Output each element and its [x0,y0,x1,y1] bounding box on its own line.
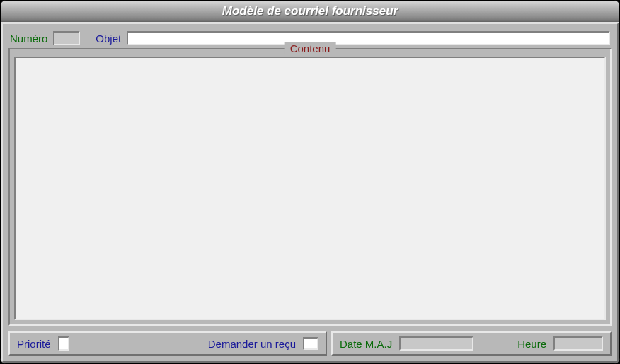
bottom-row: Priorité Demander un reçu Date M.A.J Heu… [6,329,614,358]
numero-field [53,31,80,45]
heure-label: Heure [517,338,546,350]
objet-input[interactable] [127,31,610,45]
contenu-textarea[interactable] [14,57,606,320]
contenu-legend: Contenu [285,42,336,54]
date-maj-label: Date M.A.J [340,338,392,350]
priorite-field[interactable] [58,336,69,351]
priorite-label: Priorité [17,338,51,350]
contenu-fieldset: Contenu [8,48,612,326]
objet-label: Objet [96,33,121,45]
numero-label: Numéro [10,33,47,45]
panel-right: Date M.A.J Heure [331,331,612,356]
window-body: Numéro Objet Contenu Priorité Demander u… [1,22,619,363]
window-title: Modèle de courriel fournisseur [222,4,398,18]
window-frame: Modèle de courriel fournisseur Numéro Ob… [0,0,620,364]
heure-field [553,336,603,351]
date-maj-field [399,336,473,351]
demander-recu-checkbox[interactable] [303,337,318,350]
demander-recu-label: Demander un reçu [208,338,296,350]
titlebar[interactable]: Modèle de courriel fournisseur [1,1,619,22]
panel-left: Priorité Demander un reçu [8,331,327,356]
